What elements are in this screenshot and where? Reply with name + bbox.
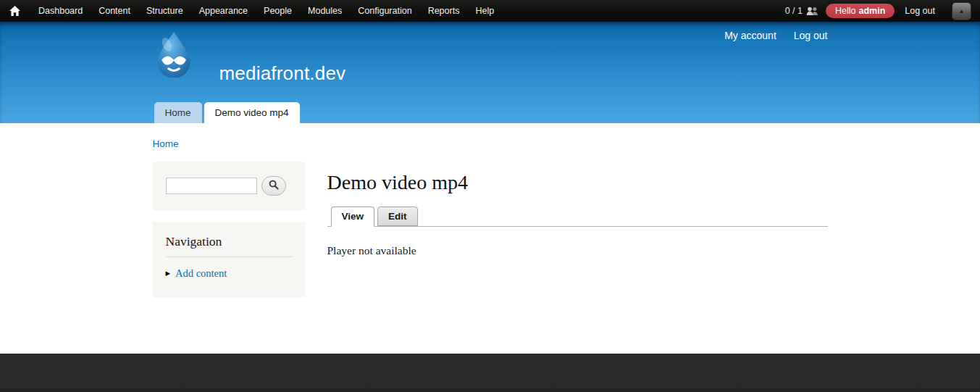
admin-menu-reports[interactable]: Reports — [420, 6, 468, 16]
admin-menu-configuration[interactable]: Configuration — [350, 6, 419, 16]
search-input[interactable] — [166, 178, 257, 194]
site-name[interactable]: mediafront.dev — [219, 62, 346, 85]
toolbar-collapse-button[interactable]: ▲ — [952, 2, 971, 20]
node-body-text: Player not available — [327, 244, 828, 257]
admin-menu-content[interactable]: Content — [91, 6, 138, 16]
search-block — [153, 162, 306, 210]
sidebar: Navigation ▶ Add content — [153, 162, 306, 297]
tab-view[interactable]: View — [331, 207, 375, 227]
logout-link[interactable]: Log out — [794, 30, 828, 41]
admin-menu-people[interactable]: People — [256, 6, 300, 16]
collapsed-arrow-icon[interactable]: ▶ — [166, 270, 171, 277]
breadcrumb: Home — [153, 123, 828, 149]
navigation-block-title: Navigation — [166, 234, 293, 257]
toolbar-user-area: 0 / 1 Hello admin Log out — [785, 4, 980, 18]
admin-menu-dashboard[interactable]: Dashboard — [30, 6, 91, 16]
search-icon — [269, 180, 279, 192]
main-menu-tab-home[interactable]: Home — [154, 102, 202, 123]
page-title: Demo video mp4 — [327, 171, 828, 194]
footer — [0, 354, 980, 392]
main-menu-tab-demo-video-mp4[interactable]: Demo video mp4 — [204, 102, 300, 123]
greeting-text: Hello — [835, 6, 856, 16]
online-users-count: 0 / 1 — [785, 6, 803, 16]
username: admin — [858, 6, 885, 16]
local-task-tabs: View Edit — [327, 207, 828, 227]
navigation-item-add-content: ▶ Add content — [166, 267, 293, 280]
main-menu: Home Demo video mp4 — [154, 102, 300, 123]
my-account-link[interactable]: My account — [724, 30, 776, 41]
breadcrumb-home-link[interactable]: Home — [153, 138, 179, 149]
home-icon[interactable] — [9, 6, 20, 16]
navigation-menu: ▶ Add content — [166, 267, 293, 280]
site-header: mediafront.dev My account Log out Home D… — [0, 22, 980, 123]
admin-menu: Dashboard Content Structure Appearance P… — [30, 6, 502, 16]
admin-menu-help[interactable]: Help — [467, 6, 502, 16]
search-button[interactable] — [261, 176, 286, 196]
toolbar-logout-link[interactable]: Log out — [905, 6, 935, 16]
current-user-badge[interactable]: Hello admin — [826, 4, 895, 18]
admin-toolbar: Dashboard Content Structure Appearance P… — [0, 0, 980, 22]
add-content-link[interactable]: Add content — [175, 267, 227, 280]
admin-menu-structure[interactable]: Structure — [138, 6, 191, 16]
drupal-logo[interactable] — [153, 31, 195, 80]
users-icon — [806, 7, 819, 16]
chevron-up-icon: ▲ — [959, 8, 965, 14]
tab-edit[interactable]: Edit — [377, 207, 418, 226]
admin-menu-appearance[interactable]: Appearance — [191, 6, 256, 16]
admin-menu-modules[interactable]: Modules — [300, 6, 350, 16]
main-content: Demo video mp4 View Edit Player not avai… — [327, 162, 828, 257]
page: Home Navigation — [0, 123, 980, 354]
secondary-menu: My account Log out — [724, 30, 827, 41]
navigation-block: Navigation ▶ Add content — [153, 222, 306, 297]
